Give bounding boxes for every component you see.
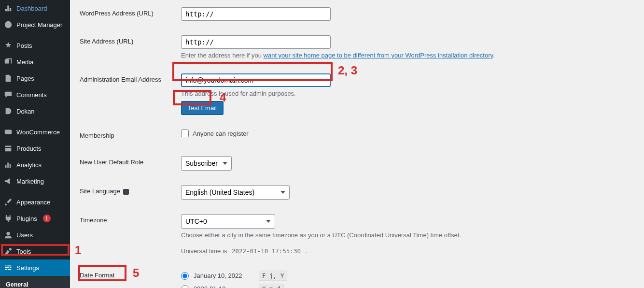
test-email-button[interactable]: Test Email — [181, 101, 224, 115]
annotation-number-1: 1 — [75, 244, 81, 257]
admin-email-input[interactable] — [181, 73, 331, 87]
page-icon — [4, 74, 13, 83]
sidebar-item-appearance[interactable]: Appearance — [0, 194, 70, 210]
sidebar-item-label: Users — [16, 231, 33, 239]
comments-icon — [4, 90, 13, 99]
sidebar-item-settings[interactable]: Settings — [0, 259, 70, 276]
sidebar-item-label: Dashboard — [16, 5, 47, 12]
users-icon — [4, 230, 13, 239]
plugin-update-count: 1 — [43, 215, 51, 222]
sidebar-item-users[interactable]: Users — [0, 227, 70, 243]
pushpin-icon — [4, 41, 13, 50]
timezone-description: Choose either a city in the same timezon… — [181, 231, 630, 239]
sidebar-item-label: Marketing — [16, 178, 44, 185]
default-role-label: New User Default Role — [80, 149, 176, 178]
woo-icon — [4, 128, 13, 136]
date-format-example: January 10, 2022 — [194, 272, 254, 279]
settings-submenu: General Writing — [0, 276, 70, 288]
sidebar-item-label: Dokan — [16, 108, 35, 115]
sidebar-item-label: Analytics — [16, 161, 42, 169]
membership-checkbox-label[interactable]: Anyone can register — [181, 130, 630, 137]
megaphone-icon — [4, 177, 13, 186]
sidebar-item-label: WooCommerce — [16, 129, 60, 136]
sidebar-item-pages[interactable]: Pages — [0, 70, 70, 86]
sidebar-item-media[interactable]: Media — [0, 54, 70, 70]
project-icon — [4, 20, 13, 29]
sidebar-item-project-manager[interactable]: Project Manager — [0, 16, 70, 33]
svg-point-2 — [6, 232, 10, 235]
sidebar-item-label: Pages — [16, 75, 34, 82]
membership-label: Membership — [80, 122, 176, 149]
site-language-label: Site Language — [80, 178, 176, 207]
sidebar-item-analytics[interactable]: Analytics — [0, 157, 70, 173]
timezone-select[interactable]: UTC+0 — [181, 214, 275, 229]
wrench-icon — [4, 247, 13, 256]
sidebar-item-dokan[interactable]: Dokan — [0, 103, 70, 119]
sliders-icon — [4, 263, 13, 272]
settings-form-area: WordPress Address (URL) Site Address (UR… — [70, 0, 644, 288]
sidebar-item-label: Appearance — [16, 199, 50, 206]
admin-email-label: Administration Email Address — [80, 66, 176, 122]
timezone-label: Timezone — [80, 207, 176, 262]
sidebar-item-comments[interactable]: Comments — [0, 86, 70, 103]
date-format-radio[interactable] — [181, 285, 189, 288]
date-format-radio[interactable] — [181, 272, 189, 280]
sidebar-item-label: Products — [16, 145, 41, 152]
sidebar-item-woocommerce[interactable]: WooCommerce — [0, 124, 70, 140]
date-format-example: 2022-01-10 — [194, 285, 254, 288]
date-format-option[interactable]: 2022-01-10 Y-m-d — [181, 282, 630, 288]
site-address-help-link[interactable]: want your site home page to be different… — [264, 52, 493, 59]
svg-point-0 — [5, 21, 12, 28]
site-address-label: Site Address (URL) — [80, 28, 176, 66]
media-icon — [4, 58, 13, 66]
sidebar-item-label: Posts — [16, 42, 32, 49]
dashboard-icon — [4, 4, 13, 13]
sidebar-item-tools[interactable]: Tools — [0, 243, 70, 259]
sidebar-item-label: Project Manager — [16, 21, 62, 29]
wp-address-label: WordPress Address (URL) — [80, 0, 176, 28]
sidebar-item-label: Media — [16, 58, 33, 66]
sidebar-item-label: Plugins — [16, 215, 37, 222]
sidebar-item-plugins[interactable]: Plugins1 — [0, 210, 70, 227]
analytics-icon — [4, 160, 13, 169]
sidebar-item-posts[interactable]: Posts — [0, 37, 70, 54]
admin-sidebar: Dashboard Project Manager Posts Media Pa… — [0, 0, 70, 288]
site-address-input[interactable] — [181, 35, 331, 49]
annotation-number-4: 4 — [220, 91, 226, 104]
translate-icon — [123, 189, 129, 195]
date-format-code: Y-m-d — [259, 284, 284, 288]
submenu-item-general[interactable]: General — [0, 279, 70, 288]
plug-icon — [4, 214, 13, 223]
sidebar-item-label: Tools — [16, 248, 31, 255]
anyone-can-register-checkbox[interactable] — [181, 130, 189, 137]
date-format-label: Date Format — [80, 262, 176, 288]
sidebar-item-products[interactable]: Products — [0, 140, 70, 157]
svg-rect-1 — [5, 130, 12, 134]
universal-time-code: 2022-01-10 17:55:30 — [229, 246, 304, 256]
sidebar-item-dashboard[interactable]: Dashboard — [0, 0, 70, 16]
checkbox-text: Anyone can register — [193, 130, 249, 137]
sidebar-item-label: Comments — [16, 91, 47, 99]
sidebar-item-label: Settings — [16, 264, 39, 272]
default-role-select[interactable]: Subscriber — [181, 156, 232, 171]
submenu-label: General — [6, 281, 28, 288]
annotation-number-5: 5 — [133, 266, 139, 280]
universal-time-display: Universal time is 2022-01-10 17:55:30 . — [181, 247, 630, 255]
admin-email-description: This address is used for admin purposes. — [181, 90, 630, 97]
date-format-code: F j, Y — [259, 271, 287, 281]
sidebar-item-marketing[interactable]: Marketing — [0, 173, 70, 189]
annotation-number-23: 2, 3 — [338, 64, 357, 77]
site-address-description: Enter the address here if you want your … — [181, 52, 630, 59]
products-icon — [4, 144, 13, 153]
dokan-icon — [4, 107, 13, 115]
date-format-option[interactable]: January 10, 2022 F j, Y — [181, 269, 630, 282]
brush-icon — [4, 198, 13, 206]
wp-address-input[interactable] — [181, 7, 331, 21]
site-language-select[interactable]: English (United States) — [181, 185, 290, 200]
